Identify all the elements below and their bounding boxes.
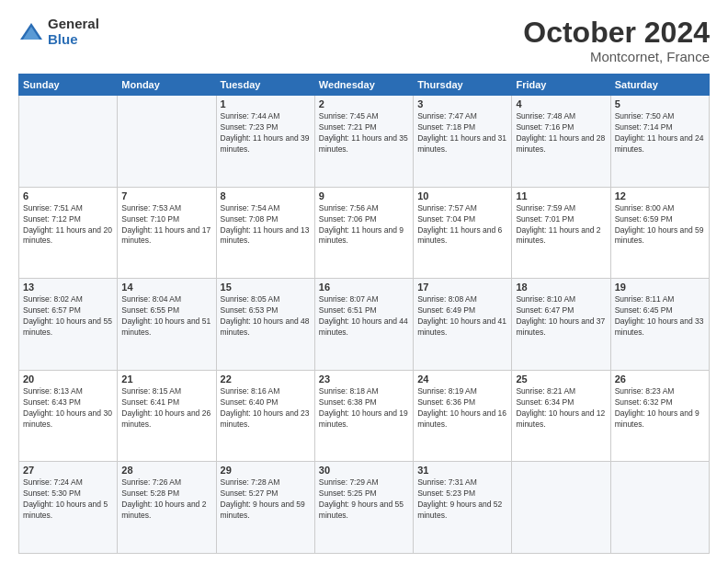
- page: General Blue October 2024 Montcornet, Fr…: [0, 0, 728, 563]
- day-info: Sunrise: 7:31 AMSunset: 5:23 PMDaylight:…: [417, 477, 507, 522]
- col-thursday: Thursday: [414, 75, 512, 96]
- day-number: 10: [417, 190, 507, 201]
- day-info: Sunrise: 8:11 AMSunset: 6:45 PMDaylight:…: [615, 294, 705, 339]
- day-info: Sunrise: 7:57 AMSunset: 7:04 PMDaylight:…: [417, 203, 507, 247]
- day-number: 31: [417, 465, 507, 476]
- day-info: Sunrise: 8:00 AMSunset: 6:59 PMDaylight:…: [615, 203, 705, 247]
- day-info: Sunrise: 8:15 AMSunset: 6:41 PMDaylight:…: [121, 386, 211, 431]
- logo-blue-text: Blue: [48, 32, 99, 48]
- calendar-cell: 10Sunrise: 7:57 AMSunset: 7:04 PMDayligh…: [414, 187, 512, 279]
- calendar-week-row: 6Sunrise: 7:51 AMSunset: 7:12 PMDaylight…: [19, 187, 710, 279]
- calendar-cell: 6Sunrise: 7:51 AMSunset: 7:12 PMDaylight…: [19, 187, 118, 279]
- logo-icon: [18, 19, 44, 45]
- day-info: Sunrise: 7:53 AMSunset: 7:10 PMDaylight:…: [121, 203, 211, 247]
- day-info: Sunrise: 7:26 AMSunset: 5:28 PMDaylight:…: [121, 477, 211, 522]
- calendar-cell: 31Sunrise: 7:31 AMSunset: 5:23 PMDayligh…: [414, 462, 512, 554]
- calendar-cell: [512, 462, 610, 554]
- calendar-cell: [19, 96, 118, 188]
- day-number: 30: [319, 465, 409, 476]
- day-info: Sunrise: 7:28 AMSunset: 5:27 PMDaylight:…: [221, 477, 311, 522]
- day-number: 24: [417, 373, 507, 385]
- calendar-week-row: 27Sunrise: 7:24 AMSunset: 5:30 PMDayligh…: [19, 462, 710, 554]
- month-title: October 2024: [523, 17, 710, 49]
- calendar-cell: 18Sunrise: 8:10 AMSunset: 6:47 PMDayligh…: [512, 279, 610, 371]
- calendar-cell: 24Sunrise: 8:19 AMSunset: 6:36 PMDayligh…: [414, 370, 512, 462]
- day-number: 20: [23, 373, 113, 385]
- col-sunday: Sunday: [19, 75, 118, 96]
- day-info: Sunrise: 7:47 AMSunset: 7:18 PMDaylight:…: [417, 111, 507, 155]
- day-info: Sunrise: 7:29 AMSunset: 5:25 PMDaylight:…: [319, 477, 409, 522]
- day-info: Sunrise: 8:21 AMSunset: 6:34 PMDaylight:…: [516, 386, 606, 431]
- day-number: 13: [23, 282, 113, 293]
- col-saturday: Saturday: [610, 75, 709, 96]
- calendar-cell: 22Sunrise: 8:16 AMSunset: 6:40 PMDayligh…: [216, 370, 314, 462]
- day-info: Sunrise: 8:16 AMSunset: 6:40 PMDaylight:…: [221, 386, 311, 431]
- col-monday: Monday: [118, 75, 216, 96]
- calendar-cell: 21Sunrise: 8:15 AMSunset: 6:41 PMDayligh…: [118, 370, 216, 462]
- day-number: 17: [417, 282, 507, 293]
- col-friday: Friday: [512, 75, 610, 96]
- day-info: Sunrise: 7:59 AMSunset: 7:01 PMDaylight:…: [516, 203, 606, 247]
- day-info: Sunrise: 7:24 AMSunset: 5:30 PMDaylight:…: [23, 477, 113, 522]
- calendar-week-row: 1Sunrise: 7:44 AMSunset: 7:23 PMDaylight…: [19, 96, 710, 188]
- calendar-cell: 29Sunrise: 7:28 AMSunset: 5:27 PMDayligh…: [216, 462, 314, 554]
- day-info: Sunrise: 7:51 AMSunset: 7:12 PMDaylight:…: [23, 203, 113, 247]
- title-block: October 2024 Montcornet, France: [523, 17, 710, 64]
- calendar-cell: 4Sunrise: 7:48 AMSunset: 7:16 PMDaylight…: [512, 96, 610, 188]
- calendar-cell: 14Sunrise: 8:04 AMSunset: 6:55 PMDayligh…: [118, 279, 216, 371]
- calendar-cell: 19Sunrise: 8:11 AMSunset: 6:45 PMDayligh…: [610, 279, 709, 371]
- calendar-cell: 13Sunrise: 8:02 AMSunset: 6:57 PMDayligh…: [19, 279, 118, 371]
- calendar-cell: 5Sunrise: 7:50 AMSunset: 7:14 PMDaylight…: [610, 96, 709, 188]
- calendar-cell: 17Sunrise: 8:08 AMSunset: 6:49 PMDayligh…: [414, 279, 512, 371]
- day-info: Sunrise: 7:56 AMSunset: 7:06 PMDaylight:…: [319, 203, 409, 247]
- day-info: Sunrise: 7:45 AMSunset: 7:21 PMDaylight:…: [319, 111, 409, 155]
- header-row: Sunday Monday Tuesday Wednesday Thursday…: [19, 75, 710, 96]
- day-info: Sunrise: 8:18 AMSunset: 6:38 PMDaylight:…: [319, 386, 409, 431]
- calendar-cell: 16Sunrise: 8:07 AMSunset: 6:51 PMDayligh…: [314, 279, 413, 371]
- calendar-cell: 1Sunrise: 7:44 AMSunset: 7:23 PMDaylight…: [216, 96, 314, 188]
- day-number: 3: [417, 98, 507, 109]
- day-number: 9: [319, 190, 409, 201]
- calendar-cell: 20Sunrise: 8:13 AMSunset: 6:43 PMDayligh…: [19, 370, 118, 462]
- calendar-cell: 12Sunrise: 8:00 AMSunset: 6:59 PMDayligh…: [610, 187, 709, 279]
- day-number: 12: [615, 190, 705, 201]
- day-info: Sunrise: 7:54 AMSunset: 7:08 PMDaylight:…: [221, 203, 311, 247]
- calendar-cell: [610, 462, 709, 554]
- calendar-cell: 28Sunrise: 7:26 AMSunset: 5:28 PMDayligh…: [118, 462, 216, 554]
- day-number: 27: [23, 465, 113, 476]
- day-number: 6: [23, 190, 113, 201]
- day-info: Sunrise: 8:19 AMSunset: 6:36 PMDaylight:…: [417, 386, 507, 431]
- calendar-cell: 15Sunrise: 8:05 AMSunset: 6:53 PMDayligh…: [216, 279, 314, 371]
- header: General Blue October 2024 Montcornet, Fr…: [18, 17, 710, 64]
- day-number: 2: [319, 98, 409, 109]
- day-info: Sunrise: 8:10 AMSunset: 6:47 PMDaylight:…: [516, 294, 606, 339]
- calendar-cell: 23Sunrise: 8:18 AMSunset: 6:38 PMDayligh…: [314, 370, 413, 462]
- location: Montcornet, France: [523, 49, 710, 64]
- calendar-cell: 8Sunrise: 7:54 AMSunset: 7:08 PMDaylight…: [216, 187, 314, 279]
- day-number: 23: [319, 373, 409, 385]
- day-info: Sunrise: 8:13 AMSunset: 6:43 PMDaylight:…: [23, 386, 113, 431]
- day-info: Sunrise: 8:04 AMSunset: 6:55 PMDaylight:…: [121, 294, 211, 339]
- day-number: 16: [319, 282, 409, 293]
- logo-general-text: General: [48, 17, 99, 32]
- day-info: Sunrise: 7:50 AMSunset: 7:14 PMDaylight:…: [615, 111, 705, 155]
- calendar-cell: 3Sunrise: 7:47 AMSunset: 7:18 PMDaylight…: [414, 96, 512, 188]
- calendar-table: Sunday Monday Tuesday Wednesday Thursday…: [18, 74, 710, 554]
- calendar-week-row: 20Sunrise: 8:13 AMSunset: 6:43 PMDayligh…: [19, 370, 710, 462]
- calendar-cell: [118, 96, 216, 188]
- day-info: Sunrise: 8:08 AMSunset: 6:49 PMDaylight:…: [417, 294, 507, 339]
- day-number: 18: [516, 282, 606, 293]
- day-number: 4: [516, 98, 606, 109]
- day-number: 21: [121, 373, 211, 385]
- day-number: 22: [221, 373, 311, 385]
- col-wednesday: Wednesday: [314, 75, 413, 96]
- day-number: 26: [615, 373, 705, 385]
- calendar-week-row: 13Sunrise: 8:02 AMSunset: 6:57 PMDayligh…: [19, 279, 710, 371]
- day-info: Sunrise: 8:05 AMSunset: 6:53 PMDaylight:…: [221, 294, 311, 339]
- calendar-cell: 25Sunrise: 8:21 AMSunset: 6:34 PMDayligh…: [512, 370, 610, 462]
- day-number: 14: [121, 282, 211, 293]
- logo: General Blue: [18, 17, 99, 47]
- day-number: 15: [221, 282, 311, 293]
- day-number: 28: [121, 465, 211, 476]
- day-info: Sunrise: 8:02 AMSunset: 6:57 PMDaylight:…: [23, 294, 113, 339]
